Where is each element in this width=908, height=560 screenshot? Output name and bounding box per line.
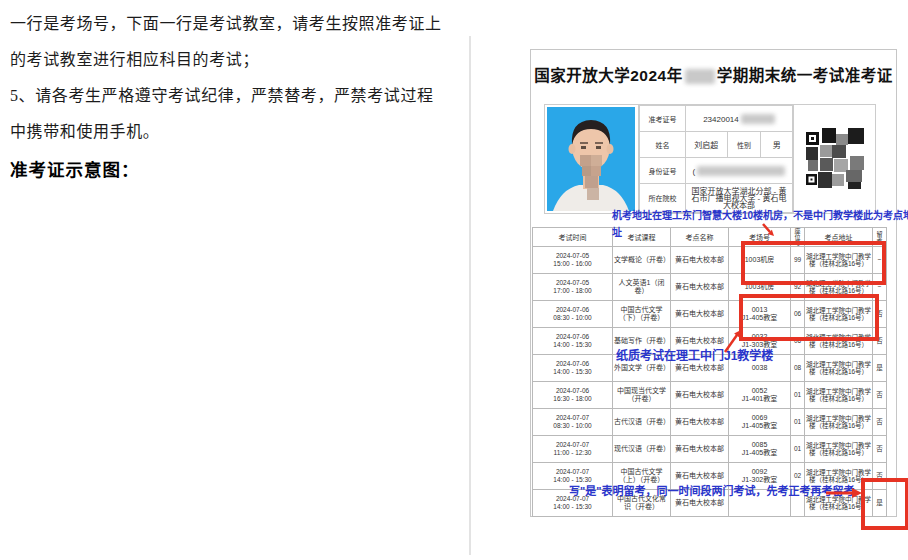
admission-no-digits: 23420014	[703, 115, 739, 124]
cell-addr: 湖北理工学院中门教学楼（桂林北路16号）	[805, 436, 873, 463]
qr-code	[793, 105, 875, 213]
name-label: 姓名	[640, 132, 686, 158]
cell-stay: 否	[873, 382, 887, 409]
cell-course: 文学概论（开卷）	[613, 247, 671, 274]
cell-stay: 否	[873, 436, 887, 463]
cell-time: 2024-07-06 14:00 - 15:30	[533, 328, 613, 355]
cell-course: 中国现当代文学（开卷）	[613, 382, 671, 409]
sample-ticket-heading: 准考证示意图：	[10, 156, 462, 181]
cell-venue: 黄石电大校本部	[671, 409, 729, 436]
name-value: 刘启超	[685, 132, 727, 158]
cell-room: 0085 J1-405教室	[729, 436, 791, 463]
cell-course: 古代汉语（开卷）	[613, 409, 671, 436]
gender-label: 性别	[727, 132, 761, 158]
table-row: 2024-07-06 16:30 - 18:00中国现当代文学（开卷）黄石电大校…	[533, 382, 887, 409]
highlight-box-stay-cell	[861, 478, 908, 530]
table-row: 身份证号 (	[640, 158, 793, 184]
cell-course: 中国古代文学（下）（开卷）	[613, 301, 671, 328]
document-page: 一行是考场号，下面一行是考试教室，请考生按照准考证上 的考试教室进行相应科目的考…	[0, 0, 908, 560]
table-row: 准考证号 23420014	[640, 106, 793, 132]
cell-venue: 黄石电大校本部	[671, 436, 729, 463]
candidate-info-table: 准考证号 23420014 姓名 刘启超 性别 男 身份证号 ( 所在院校 国家…	[639, 105, 793, 213]
cell-venue: 黄石电大校本部	[671, 274, 729, 301]
instruction-line: 中携带和使用手机。	[10, 114, 462, 150]
admission-no-label: 准考证号	[640, 106, 686, 132]
cell-addr: 湖北理工学院中门教学楼（桂林北路16号）	[805, 355, 873, 382]
table-row: 姓名 刘启超 性别 男	[640, 132, 793, 158]
cell-time: 2024-07-06 16:30 - 18:00	[533, 382, 613, 409]
id-number-label: 身份证号	[640, 158, 686, 184]
stay-exam-note: 写"是"表明留考，同一时间段两门考试，先考正考再考留考	[569, 482, 854, 498]
id-paren: (	[693, 167, 696, 176]
qr-graphic	[806, 128, 864, 190]
cell-course: 人文英语1（闭卷）	[613, 274, 671, 301]
paper-exam-note: 纸质考试在理工中门J1教学楼	[616, 346, 773, 363]
cell-time: 2024-07-07 08:30 - 10:00	[533, 409, 613, 436]
cell-room: 0069 J1-405教室	[729, 409, 791, 436]
cell-seat: 01	[791, 382, 805, 409]
cell-time: 2024-07-05 17:00 - 18:00	[533, 274, 613, 301]
table-row: 2024-07-07 08:30 - 10:00古代汉语（开卷）黄石电大校本部0…	[533, 409, 887, 436]
cell-venue: 黄石电大校本部	[671, 247, 729, 274]
instruction-line: 的考试教室进行相应科目的考试；	[10, 42, 462, 78]
gender-value: 男	[761, 132, 793, 158]
header-exam-time: 考试时间	[533, 228, 613, 247]
cell-time: 2024-07-07 11:00 - 12:30	[533, 436, 613, 463]
cell-course: 现代汉语（开卷）	[613, 436, 671, 463]
arrow-down-icon	[761, 223, 777, 239]
cell-seat: 01	[791, 409, 805, 436]
instructions-text-block: 一行是考场号，下面一行是考试教室，请考生按照准考证上 的考试教室进行相应科目的考…	[10, 6, 462, 181]
highlight-box-row1	[741, 241, 886, 285]
instruction-line: 5、请各考生严格遵守考试纪律，严禁替考，严禁考试过程	[10, 78, 462, 114]
cell-venue: 黄石电大校本部	[671, 301, 729, 328]
ticket-title: 国家开放大学2024年学期期末统一考试准考证	[531, 63, 896, 85]
arrow-right-icon	[824, 487, 864, 499]
column-divider	[469, 36, 471, 555]
cell-time: 2024-07-06 14:00 - 15:30	[533, 355, 613, 382]
admission-no-value: 23420014	[685, 106, 792, 132]
table-row: 2024-07-07 11:00 - 12:30现代汉语（开卷）黄石电大校本部0…	[533, 436, 887, 463]
candidate-info-section: 准考证号 23420014 姓名 刘启超 性别 男 身份证号 ( 所在院校 国家…	[544, 104, 876, 214]
redacted-semester	[685, 69, 715, 84]
redacted-digits	[741, 114, 775, 124]
id-number-value: (	[685, 158, 792, 184]
highlight-box-row3	[739, 294, 879, 341]
ticket-title-prefix: 国家开放大学2024年	[534, 67, 682, 84]
cell-stay: 否	[873, 409, 887, 436]
cell-stay: 是	[873, 355, 887, 382]
photo-graphic	[547, 107, 635, 211]
ticket-title-suffix: 学期期末统一考试准考证	[717, 67, 893, 84]
instruction-line: 一行是考场号，下面一行是考试教室，请考生按照准考证上	[10, 6, 462, 42]
cell-addr: 湖北理工学院中门教学楼（桂林北路16号）	[805, 382, 873, 409]
cell-seat: 08	[791, 355, 805, 382]
cell-seat: 01	[791, 436, 805, 463]
cell-time: 2024-07-06 08:30 - 10:00	[533, 301, 613, 328]
admission-ticket: 国家开放大学2024年学期期末统一考试准考证	[530, 49, 897, 517]
cell-addr: 湖北理工学院中门教学楼（桂林北路16号）	[805, 409, 873, 436]
cell-time: 2024-07-05 15:00 - 16:00	[533, 247, 613, 274]
cell-venue: 黄石电大校本部	[671, 382, 729, 409]
candidate-photo	[545, 105, 639, 213]
redacted-id	[697, 166, 785, 176]
machine-exam-note: 机考地址在理工东门智慧大楼10楼机房，不是中门教学楼此为考点地址	[612, 207, 908, 241]
schedule-body: 2024-07-05 15:00 - 16:00文学概论（开卷）黄石电大校本部1…	[533, 247, 887, 517]
arrow-up-right-icon	[721, 325, 747, 355]
cell-room: 0052 J1-401教室	[729, 382, 791, 409]
